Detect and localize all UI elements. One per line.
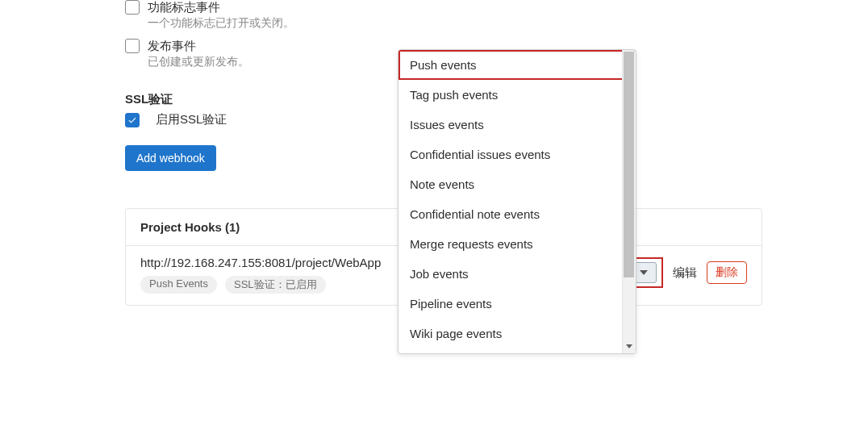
- checkbox-icon-checked[interactable]: [125, 113, 140, 127]
- dropdown-item[interactable]: Push events: [399, 50, 636, 80]
- dropdown-item[interactable]: Merge requests events: [399, 229, 636, 259]
- delete-button[interactable]: 删除: [707, 261, 747, 284]
- trigger-title: 功能标志事件: [148, 0, 294, 15]
- dropdown-item[interactable]: Job events: [399, 259, 636, 289]
- scroll-down-icon[interactable]: [622, 340, 636, 353]
- dropdown-item[interactable]: Note events: [399, 169, 636, 199]
- scrollbar-thumb[interactable]: [624, 52, 634, 277]
- chevron-down-icon: [640, 270, 648, 275]
- scrollbar[interactable]: [622, 50, 636, 353]
- trigger-title: 发布事件: [148, 39, 249, 53]
- badge-push-events: Push Events: [140, 276, 217, 294]
- checkbox-icon[interactable]: [125, 0, 140, 15]
- trigger-feature-flag[interactable]: 功能标志事件 一个功能标志已打开或关闭。: [125, 0, 868, 31]
- dropdown-item[interactable]: Confidential note events: [399, 199, 636, 229]
- dropdown-item[interactable]: Pipeline events: [399, 289, 636, 319]
- edit-link[interactable]: 编辑: [673, 265, 697, 281]
- dropdown-item[interactable]: Confidential issues events: [399, 140, 636, 169]
- test-dropdown: Push eventsTag push eventsIssues eventsC…: [398, 49, 636, 354]
- dropdown-item[interactable]: Tag push events: [399, 80, 636, 110]
- add-webhook-button[interactable]: Add webhook: [125, 145, 216, 171]
- trigger-desc: 一个功能标志已打开或关闭。: [148, 16, 294, 31]
- dropdown-item[interactable]: Issues events: [399, 110, 636, 140]
- trigger-desc: 已创建或更新发布。: [148, 55, 249, 69]
- dropdown-item[interactable]: Wiki page events: [399, 319, 636, 348]
- badge-ssl: SSL验证：已启用: [225, 276, 326, 294]
- ssl-enable-label: 启用SSL验证: [156, 112, 227, 127]
- checkbox-icon[interactable]: [125, 39, 140, 53]
